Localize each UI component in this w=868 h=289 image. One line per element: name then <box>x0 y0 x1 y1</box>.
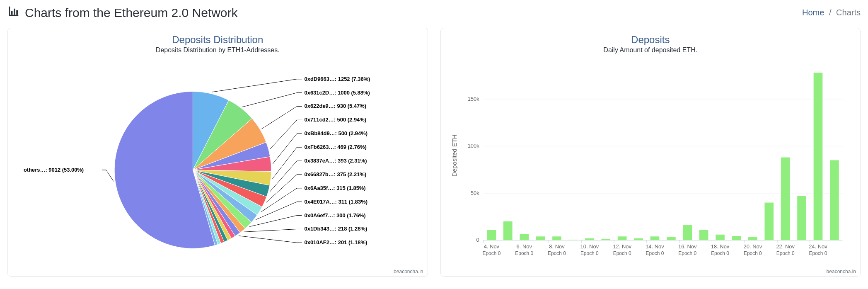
bar[interactable] <box>732 236 741 240</box>
x-tick-sublabel: Epoch 0 <box>809 250 827 256</box>
bar[interactable] <box>601 239 610 240</box>
breadcrumb-home-link[interactable]: Home <box>802 8 824 17</box>
pie-slice-label: 0x3837eA…: 393 (2.31%) <box>305 158 367 164</box>
x-tick-label: 8. Nov <box>549 243 565 250</box>
y-tick-label: 0 <box>476 237 479 243</box>
bar[interactable] <box>683 225 692 240</box>
x-tick-label: 4. Nov <box>484 243 499 250</box>
x-tick-label: 18. Nov <box>711 243 729 250</box>
pie-slice-label: 0xFb6263…: 469 (2.76%) <box>305 144 367 150</box>
pie-slice-label: 0x711cd2…: 500 (2.94%) <box>305 117 367 123</box>
pie-slice-label: 0x66827b…: 375 (2.21%) <box>305 171 367 177</box>
bar[interactable] <box>617 236 626 240</box>
x-tick-sublabel: Epoch 0 <box>678 250 696 256</box>
pie-slice-label: 0x631c2D…: 1000 (5.88%) <box>305 90 370 96</box>
bar[interactable] <box>552 236 561 240</box>
svg-rect-2 <box>11 11 13 15</box>
bar[interactable] <box>748 237 757 240</box>
pie-slice-label: 0x4E017A…: 311 (1.83%) <box>305 199 368 205</box>
breadcrumb-current: Charts <box>836 8 861 17</box>
breadcrumb-separator: / <box>829 8 832 17</box>
breadcrumb: Home / Charts <box>802 8 861 17</box>
x-tick-label: 12. Nov <box>613 243 631 250</box>
x-tick-sublabel: Epoch 0 <box>776 250 794 256</box>
pie-slice-label: 0x622de9…: 930 (5.47%) <box>305 103 367 109</box>
bar[interactable] <box>699 230 708 240</box>
x-tick-sublabel: Epoch 0 <box>482 250 500 256</box>
y-tick-label: 50k <box>470 190 479 196</box>
bar[interactable] <box>520 234 529 240</box>
bar[interactable] <box>716 235 725 240</box>
bar-chart-icon <box>7 5 20 20</box>
x-tick-label: 10. Nov <box>580 243 599 250</box>
deposits-distribution-pie-chart[interactable]: 0xdD9663…: 1252 (7.36%)0x631c2D…: 1000 (… <box>15 57 420 274</box>
x-tick-label: 14. Nov <box>646 243 664 250</box>
pie-slice-label: 0xdD9663…: 1252 (7.36%) <box>305 76 370 82</box>
bar[interactable] <box>667 237 676 240</box>
x-tick-label: 20. Nov <box>743 243 762 250</box>
x-tick-sublabel: Epoch 0 <box>548 250 566 256</box>
x-tick-label: 16. Nov <box>678 243 696 250</box>
pie-slice-label: 0x0A6ef7…: 300 (1.76%) <box>305 212 366 219</box>
bar[interactable] <box>650 236 659 240</box>
svg-rect-3 <box>14 9 15 15</box>
x-tick-sublabel: Epoch 0 <box>646 250 664 256</box>
page-title: Charts from the Ethereum 2.0 Network <box>7 5 238 20</box>
pie-slice-label: 0x010AF2…: 201 (1.18%) <box>305 239 368 245</box>
bar[interactable] <box>813 73 822 240</box>
bar[interactable] <box>503 221 512 240</box>
x-tick-sublabel: Epoch 0 <box>515 250 533 256</box>
svg-rect-1 <box>9 15 19 16</box>
card-title: Deposits <box>448 34 853 46</box>
x-tick-label: 24. Nov <box>809 243 827 250</box>
svg-rect-0 <box>9 7 10 16</box>
y-axis-title: Deposited ETH <box>450 134 457 176</box>
x-tick-sublabel: Epoch 0 <box>711 250 729 256</box>
card-title: Deposits Distribution <box>15 34 420 46</box>
y-tick-label: 150k <box>467 96 479 102</box>
bar[interactable] <box>634 238 643 240</box>
svg-rect-4 <box>16 10 18 15</box>
bar[interactable] <box>797 196 806 240</box>
bar[interactable] <box>487 230 496 240</box>
deposits-bar-chart[interactable]: 050k100k150kDeposited ETH4. NovEpoch 06.… <box>448 57 853 274</box>
page-title-text: Charts from the Ethereum 2.0 Network <box>25 6 238 20</box>
x-tick-label: 6. Nov <box>516 243 532 250</box>
deposits-card: Deposits Daily Amount of deposited ETH. … <box>440 28 861 277</box>
x-tick-sublabel: Epoch 0 <box>580 250 598 256</box>
deposits-distribution-card: Deposits Distribution Deposits Distribut… <box>7 28 428 277</box>
x-tick-sublabel: Epoch 0 <box>613 250 631 256</box>
card-subtitle: Deposits Distribution by ETH1-Addresses. <box>15 46 420 54</box>
y-tick-label: 100k <box>467 143 479 149</box>
bar[interactable] <box>536 236 545 240</box>
pie-slice-label: 0x1Db343…: 218 (1.28%) <box>305 226 368 232</box>
pie-slice-label: others…: 9012 (53.00%) <box>24 167 84 173</box>
x-tick-sublabel: Epoch 0 <box>743 250 762 256</box>
x-tick-label: 22. Nov <box>776 243 795 250</box>
bar[interactable] <box>568 240 578 240</box>
bar[interactable] <box>585 238 594 240</box>
bar[interactable] <box>764 203 774 240</box>
pie-slice-label: 0x6Aa35f…: 315 (1.85%) <box>305 185 366 191</box>
bar[interactable] <box>781 158 790 240</box>
card-subtitle: Daily Amount of deposited ETH. <box>448 46 853 54</box>
pie-slice-label: 0xBb84d9…: 500 (2.94%) <box>305 130 368 136</box>
bar[interactable] <box>830 160 839 240</box>
chart-credit: beaconcha.in <box>394 269 423 274</box>
chart-credit: beaconcha.in <box>827 269 856 274</box>
